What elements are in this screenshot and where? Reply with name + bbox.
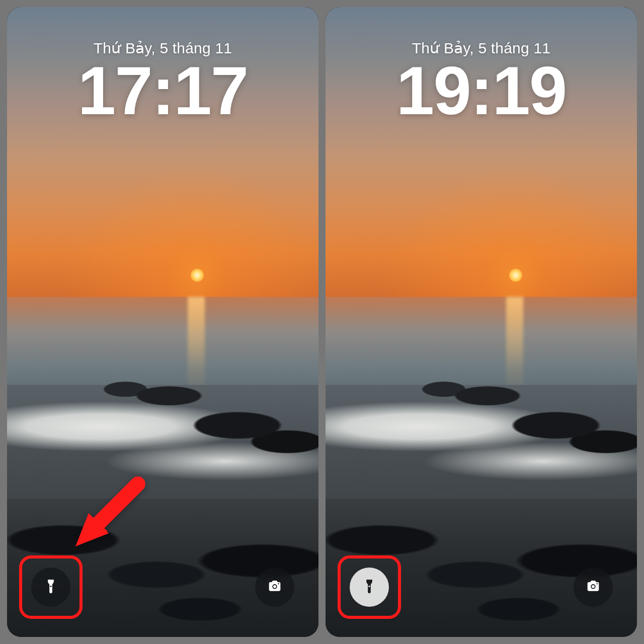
svg-point-1 <box>50 586 51 587</box>
camera-button[interactable] <box>255 568 294 607</box>
camera-icon <box>585 578 602 597</box>
lockscreen-time: 19:19 <box>326 56 637 125</box>
lockscreen-right: Thứ Bảy, 5 tháng 11 19:19 <box>326 7 637 637</box>
svg-point-8 <box>592 585 595 588</box>
flashlight-button[interactable] <box>350 568 389 607</box>
flashlight-button[interactable] <box>31 568 70 607</box>
flashlight-icon <box>42 578 59 597</box>
camera-icon <box>266 578 283 597</box>
camera-button[interactable] <box>574 568 613 607</box>
svg-point-3 <box>273 585 276 588</box>
lockscreen-time: 17:17 <box>7 56 318 125</box>
svg-point-4 <box>278 583 279 585</box>
svg-point-9 <box>596 583 598 585</box>
svg-rect-0 <box>48 580 53 581</box>
svg-point-6 <box>368 586 370 587</box>
lockscreen-left: Thứ Bảy, 5 tháng 11 17:17 <box>7 7 318 637</box>
flashlight-icon <box>361 578 378 597</box>
svg-rect-5 <box>366 580 372 581</box>
